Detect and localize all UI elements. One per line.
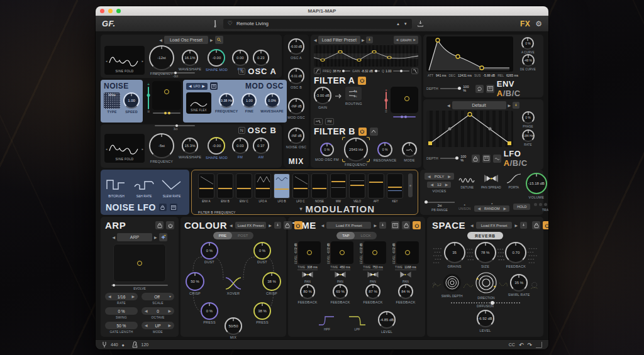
osc-b-waveshape-knob[interactable]: 15.3% [182, 138, 198, 154]
space-feedback-knob[interactable]: 0.70 [505, 242, 526, 263]
filter-routing-control[interactable]: AB [345, 87, 362, 101]
colour-left-press-knob[interactable]: 0 % PRESS [201, 302, 218, 324]
osc-b-fine-slider[interactable]: 3ct [155, 125, 196, 131]
space-swirl-depth-control[interactable]: SWIRL DEPTH [441, 272, 463, 298]
filter-preset-next-icon[interactable]: ▶ [362, 38, 365, 42]
mod-source-lfo-b[interactable]: LFO B [274, 173, 290, 203]
env-midi-keys-icon[interactable] [486, 85, 494, 93]
osc-xy-vertical-slider[interactable]: +≡ [146, 82, 151, 114]
colour-preset-next-icon[interactable]: ▶ [269, 224, 272, 227]
mod-source-key[interactable]: KEY [387, 173, 403, 203]
time-preset-next-icon[interactable]: ▶ [374, 224, 377, 227]
mix-osc-b-knob[interactable]: -6.01 dB [288, 68, 304, 84]
space-diffusion-slider[interactable]: DIFFUSION [451, 302, 520, 308]
wave-prev-icon[interactable]: ◂ [106, 147, 108, 151]
colour-preset-save-icon[interactable] [274, 222, 281, 229]
osc-preset-pill[interactable]: Load Osc Preset [164, 36, 208, 44]
noise-speed-knob[interactable]: 1.00 [123, 92, 140, 109]
mod-scrollbar[interactable]: ◈ [408, 173, 413, 197]
osc-b-am-knob[interactable]: 0.37 [253, 138, 269, 154]
osc-a-shape-mod-knob[interactable]: -0.00 [208, 49, 225, 67]
modulation-title[interactable]: ▾MODULATION [299, 204, 375, 214]
preset-selector[interactable]: ♡ Remote Living ▲▼ [223, 19, 412, 29]
pb-range-slider[interactable]: 2st PB RANGE [425, 202, 455, 212]
mod-source-mw[interactable]: MW [330, 173, 347, 203]
filter-xy-pad[interactable] [391, 87, 418, 113]
post-segment[interactable]: POST [232, 232, 253, 239]
poly-mode-selector[interactable]: ◀POLY▶ [425, 173, 454, 180]
tap4-pan-control[interactable] [397, 270, 414, 279]
pre-segment[interactable]: PRE [213, 232, 232, 239]
tap1-time[interactable]: TIME308 ms [297, 265, 317, 270]
settings-gear-icon[interactable]: ⚙ [535, 20, 542, 28]
space-preset-next-icon[interactable]: ▶ [514, 224, 518, 227]
colour-right-crisp-knob[interactable]: 38 % CRISP [262, 272, 281, 295]
transpose-control[interactable]: TRANSPOSE [534, 202, 548, 212]
lfo-lock-icon[interactable] [472, 155, 480, 163]
mod-source-noise[interactable]: NOISE [311, 173, 328, 203]
lowpass-icon[interactable] [411, 68, 418, 74]
filter-freq-slider[interactable]: FREQ38 Hz [323, 69, 350, 73]
time-hpf-control[interactable]: HPF [318, 314, 336, 331]
colour-left-crisp-knob[interactable]: 50 % CRISP [186, 272, 204, 295]
volume-knob[interactable]: -15.18 dB [526, 173, 547, 194]
arp-power-button[interactable] [166, 221, 174, 229]
tap1-pan-control[interactable] [299, 270, 316, 279]
cc-button[interactable]: CC [509, 342, 515, 347]
env-depth-slider[interactable]: DEPTH100 % [426, 85, 473, 92]
bitcrush-control[interactable]: BITCRUSH [106, 172, 127, 202]
filter-preset-pill[interactable]: Load Filter Preset [318, 36, 360, 44]
mod-source-lfo-a[interactable]: LFO A [255, 173, 271, 203]
osc-xy-pad[interactable] [152, 81, 181, 110]
arp-swing-control[interactable]: 0 % SWING [105, 307, 138, 319]
tuning-value[interactable]: 440 [111, 342, 118, 347]
filter-b-slope-icon[interactable] [370, 128, 378, 136]
space-swirl-rate-knob[interactable]: 35 % [510, 274, 528, 292]
osc-a-waveshape-knob[interactable]: 16.1% [182, 50, 198, 66]
preset-next-icon[interactable]: ▼ [404, 22, 408, 26]
osc-b-frequency-knob[interactable]: -5st [149, 133, 174, 158]
redo-icon[interactable]: ↷ [527, 342, 532, 348]
tap4-feedback-knob[interactable]: 84 % [398, 284, 413, 299]
space-size-knob[interactable]: 78 % [475, 242, 496, 263]
unison-control[interactable]: ▲UNISON [458, 203, 470, 210]
preset-prev-icon[interactable]: ▲ [396, 22, 400, 26]
arp-octave-control[interactable]: ◀0▶ OCTAVE [142, 307, 174, 319]
noise-type-display[interactable]: White [104, 92, 120, 109]
lfo-preset-prev-icon[interactable]: ◀ [447, 104, 450, 107]
sh-rate-control[interactable]: S&H RATE [133, 172, 155, 202]
filter-b-mode-knob[interactable] [402, 142, 417, 157]
osc-b-shape-mod-knob[interactable]: -0.00 [208, 137, 225, 155]
arp-xy-pad[interactable] [113, 244, 166, 282]
mod-source-env-b[interactable]: ENV B [217, 173, 233, 203]
arp-randomize-icon[interactable] [159, 233, 167, 241]
arp-evolve-slider[interactable]: EVOLVE [111, 285, 168, 290]
tap4-xy-pad[interactable] [396, 241, 419, 264]
env-loop-icon[interactable] [475, 85, 484, 93]
space-lock-icon[interactable] [532, 221, 540, 229]
colour-preset-prev-icon[interactable]: ◀ [230, 224, 233, 227]
space-direction-control[interactable]: DIRECTION [474, 270, 499, 300]
time-tap-lock-toggle[interactable]: TAP LOCK [336, 232, 377, 239]
space-mode-toggle[interactable]: ЯEVEЯB [467, 232, 503, 239]
space-preset-pill[interactable]: Load FX Preset [476, 222, 513, 229]
colour-left-dust-knob[interactable]: 0 % DUST [201, 242, 218, 264]
mod-source-env-c[interactable]: ENV C [236, 173, 252, 203]
colour-pre-post-toggle[interactable]: PRE POST [213, 232, 254, 239]
colour-mix-knob[interactable]: 50/50 MIX [225, 317, 242, 339]
mod-source-velo[interactable]: VELO [349, 173, 365, 203]
env-de-curve-knob[interactable]: -48 % [522, 54, 535, 67]
mod-osc-waveshape-knob[interactable]: 0.0% [265, 93, 280, 108]
filter-a-power-button[interactable] [358, 77, 366, 85]
lfo-midi-keys-icon[interactable] [482, 155, 491, 163]
tap4-time[interactable]: TIME1168 ms [395, 265, 416, 270]
random-selector[interactable]: ▲◀RANDOM▶ [474, 202, 509, 212]
tap2-pan-control[interactable] [331, 270, 349, 279]
time-midi-keys-icon[interactable] [391, 221, 399, 229]
filter-b-power-button[interactable] [358, 128, 367, 136]
filter-eq-graph[interactable] [314, 45, 418, 67]
time-power-button[interactable] [413, 221, 421, 229]
lfo-preset-pill[interactable]: Default [452, 101, 506, 109]
filter-xy-horizontal-slider[interactable] [393, 116, 416, 117]
filter-q-slider[interactable]: Q1.00 [382, 69, 409, 73]
